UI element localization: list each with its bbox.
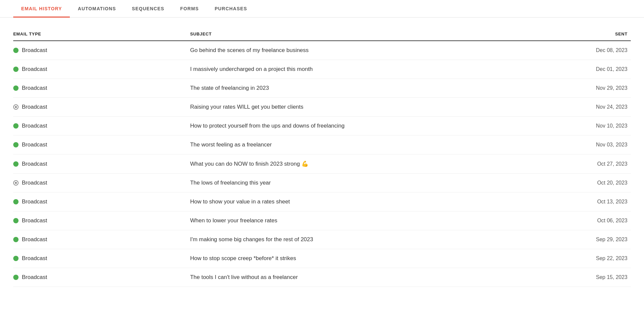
cell-email-type: Broadcast: [13, 268, 190, 287]
status-dot: [13, 237, 19, 242]
status-dot: [13, 104, 19, 110]
email-type-label: Broadcast: [22, 274, 47, 281]
cell-email-type: Broadcast: [13, 41, 190, 60]
cell-subject: How to protect yourself from the ups and…: [190, 117, 552, 136]
status-dot: [13, 67, 19, 72]
cell-email-type: Broadcast: [13, 211, 190, 230]
status-dot: [13, 85, 19, 91]
cell-email-type: Broadcast: [13, 174, 190, 192]
table-row[interactable]: BroadcastHow to protect yourself from th…: [13, 117, 631, 136]
cell-subject: The lows of freelancing this year: [190, 174, 552, 192]
table-row[interactable]: BroadcastThe state of freelancing in 202…: [13, 79, 631, 98]
status-dot: [13, 161, 19, 167]
status-dot: [13, 256, 19, 261]
cell-sent: Sep 22, 2023: [552, 249, 631, 268]
status-dot: [13, 123, 19, 129]
email-type-label: Broadcast: [22, 66, 47, 73]
table-row[interactable]: BroadcastThe worst feeling as a freelanc…: [13, 136, 631, 154]
table-row[interactable]: BroadcastRaising your rates WILL get you…: [13, 98, 631, 117]
tab-sequences[interactable]: SEQUENCES: [124, 0, 172, 18]
status-dot: [13, 48, 19, 53]
email-type-label: Broadcast: [22, 217, 47, 224]
status-dot: [13, 142, 19, 147]
tab-purchases[interactable]: PURCHASES: [207, 0, 255, 18]
table-row[interactable]: BroadcastHow to show your value in a rat…: [13, 192, 631, 211]
cell-sent: Sep 29, 2023: [552, 230, 631, 249]
tab-forms[interactable]: FORMS: [172, 0, 207, 18]
cell-email-type: Broadcast: [13, 192, 190, 211]
email-type-label: Broadcast: [22, 104, 47, 110]
col-header-subject: SUBJECT: [190, 28, 552, 41]
cell-sent: Dec 08, 2023: [552, 41, 631, 60]
table-row[interactable]: BroadcastWhen to lower your freelance ra…: [13, 211, 631, 230]
cell-sent: Dec 01, 2023: [552, 60, 631, 79]
col-header-sent: SENT: [552, 28, 631, 41]
table-container: EMAIL TYPESUBJECTSENT BroadcastGo behind…: [0, 18, 644, 297]
table-row[interactable]: BroadcastThe lows of freelancing this ye…: [13, 174, 631, 192]
cell-sent: Oct 20, 2023: [552, 174, 631, 192]
status-dot: [13, 199, 19, 204]
cell-subject: The worst feeling as a freelancer: [190, 136, 552, 154]
cell-subject: How to show your value in a rates sheet: [190, 192, 552, 211]
cell-subject: I'm making some big changes for the rest…: [190, 230, 552, 249]
cell-subject: I massively undercharged on a project th…: [190, 60, 552, 79]
email-type-label: Broadcast: [22, 255, 47, 262]
table-row[interactable]: BroadcastThe tools I can't live without …: [13, 268, 631, 287]
cell-sent: Sep 15, 2023: [552, 268, 631, 287]
cell-email-type: Broadcast: [13, 79, 190, 98]
cell-subject: The state of freelancing in 2023: [190, 79, 552, 98]
cell-email-type: Broadcast: [13, 136, 190, 154]
cell-sent: Nov 24, 2023: [552, 98, 631, 117]
status-dot: [13, 180, 19, 186]
tab-automations[interactable]: AUTOMATIONS: [70, 0, 124, 18]
email-type-label: Broadcast: [22, 85, 47, 91]
cell-subject: The tools I can't live without as a free…: [190, 268, 552, 287]
table-header-row: EMAIL TYPESUBJECTSENT: [13, 28, 631, 41]
cell-sent: Oct 13, 2023: [552, 192, 631, 211]
cell-sent: Oct 06, 2023: [552, 211, 631, 230]
page-container: EMAIL HISTORYAUTOMATIONSSEQUENCESFORMSPU…: [0, 0, 644, 330]
nav-tabs: EMAIL HISTORYAUTOMATIONSSEQUENCESFORMSPU…: [0, 0, 644, 18]
cell-subject: When to lower your freelance rates: [190, 211, 552, 230]
cell-email-type: Broadcast: [13, 154, 190, 174]
cell-email-type: Broadcast: [13, 98, 190, 117]
cell-email-type: Broadcast: [13, 249, 190, 268]
cell-sent: Nov 03, 2023: [552, 136, 631, 154]
status-dot: [13, 275, 19, 280]
cell-subject: How to stop scope creep *before* it stri…: [190, 249, 552, 268]
email-type-label: Broadcast: [22, 141, 47, 148]
email-type-label: Broadcast: [22, 180, 47, 186]
cell-email-type: Broadcast: [13, 117, 190, 136]
cell-sent: Nov 10, 2023: [552, 117, 631, 136]
table-row[interactable]: BroadcastI'm making some big changes for…: [13, 230, 631, 249]
table-row[interactable]: BroadcastHow to stop scope creep *before…: [13, 249, 631, 268]
email-type-label: Broadcast: [22, 236, 47, 243]
email-type-label: Broadcast: [22, 47, 47, 54]
cell-sent: Nov 29, 2023: [552, 79, 631, 98]
table-row[interactable]: BroadcastGo behind the scenes of my free…: [13, 41, 631, 60]
email-type-label: Broadcast: [22, 198, 47, 205]
cell-email-type: Broadcast: [13, 60, 190, 79]
email-type-label: Broadcast: [22, 161, 47, 167]
status-dot: [13, 218, 19, 223]
col-header-email-type: EMAIL TYPE: [13, 28, 190, 41]
cell-subject: Go behind the scenes of my freelance bus…: [190, 41, 552, 60]
email-history-table: EMAIL TYPESUBJECTSENT BroadcastGo behind…: [13, 28, 631, 287]
cell-email-type: Broadcast: [13, 230, 190, 249]
tab-email-history[interactable]: EMAIL HISTORY: [13, 0, 70, 18]
cell-sent: Oct 27, 2023: [552, 154, 631, 174]
cell-subject: What you can do NOW to finish 2023 stron…: [190, 154, 552, 174]
table-row[interactable]: BroadcastI massively undercharged on a p…: [13, 60, 631, 79]
email-type-label: Broadcast: [22, 123, 47, 129]
cell-subject: Raising your rates WILL get you better c…: [190, 98, 552, 117]
table-row[interactable]: BroadcastWhat you can do NOW to finish 2…: [13, 154, 631, 174]
